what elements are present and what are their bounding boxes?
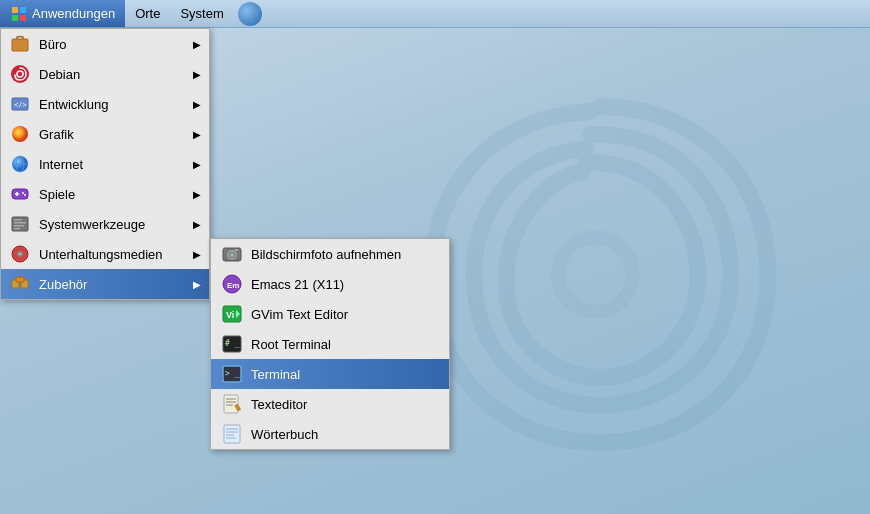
unterhaltungsmedien-arrow: ▶ — [193, 249, 201, 260]
entwicklung-arrow: ▶ — [193, 99, 201, 110]
unterhaltungsmedien-icon — [9, 243, 31, 265]
svg-text:# _: # _ — [225, 339, 240, 348]
svg-text:</>: </> — [14, 101, 27, 109]
submenu-item-root-terminal[interactable]: # _ Root Terminal — [211, 329, 449, 359]
taskbar-menu-anwendungen[interactable]: Anwendungen — [0, 0, 125, 27]
texteditor-icon — [221, 393, 243, 415]
svg-rect-23 — [14, 228, 20, 230]
submenu-item-terminal[interactable]: > _ Terminal — [211, 359, 449, 389]
root-terminal-label: Root Terminal — [251, 337, 331, 352]
submenu-item-woerterbuch[interactable]: Wörterbuch — [211, 419, 449, 449]
svg-rect-43 — [224, 395, 238, 413]
menu-item-grafik[interactable]: Grafik ▶ — [1, 119, 209, 149]
terminal-icon: > _ — [221, 363, 243, 385]
taskbar-globe-icon — [238, 2, 262, 26]
debian-icon — [9, 63, 31, 85]
gvim-icon: Vi — [221, 303, 243, 325]
grafik-icon — [9, 123, 31, 145]
woerterbuch-icon — [221, 423, 243, 445]
zubehor-label: Zubehör — [39, 277, 87, 292]
svg-rect-29 — [16, 277, 24, 282]
svg-point-26 — [19, 253, 21, 255]
systemwerkzeuge-icon — [9, 213, 31, 235]
internet-label: Internet — [39, 157, 83, 172]
root-terminal-icon: # _ — [221, 333, 243, 355]
taskbar-menu-system[interactable]: System — [170, 0, 233, 27]
svg-rect-5 — [12, 39, 28, 51]
svg-rect-21 — [14, 222, 26, 224]
buero-arrow: ▶ — [193, 39, 201, 50]
svg-rect-14 — [12, 189, 28, 199]
debian-label: Debian — [39, 67, 80, 82]
svg-point-32 — [230, 253, 234, 257]
emacs-label: Emacs 21 (X11) — [251, 277, 344, 292]
desktop: Anwendungen Orte System Büro ▶ — [0, 0, 870, 514]
taskbar-menu-orte[interactable]: Orte — [125, 0, 170, 27]
spiele-label: Spiele — [39, 187, 75, 202]
texteditor-label: Texteditor — [251, 397, 307, 412]
menu-item-zubehor[interactable]: Zubehör ▶ — [1, 269, 209, 299]
gvim-label: GVim Text Editor — [251, 307, 348, 322]
spiele-icon — [9, 183, 31, 205]
svg-text:Em: Em — [227, 281, 239, 290]
bildschirmfoto-icon — [221, 243, 243, 265]
svg-point-0 — [558, 237, 633, 312]
menu-item-spiele[interactable]: Spiele ▶ — [1, 179, 209, 209]
entwicklung-label: Entwicklung — [39, 97, 108, 112]
zubehor-icon — [9, 273, 31, 295]
svg-rect-1 — [12, 7, 18, 13]
bildschirmfoto-label: Bildschirmfoto aufnehmen — [251, 247, 401, 262]
svg-rect-48 — [224, 425, 240, 443]
svg-rect-3 — [12, 15, 18, 21]
main-menu: Büro ▶ Debian ▶ </> Entwicklung — [0, 28, 210, 300]
svg-point-10 — [12, 126, 28, 142]
svg-rect-20 — [14, 219, 22, 221]
internet-icon — [9, 153, 31, 175]
menu-item-buero[interactable]: Büro ▶ — [1, 29, 209, 59]
svg-text:> _: > _ — [225, 369, 240, 378]
grafik-arrow: ▶ — [193, 129, 201, 140]
submenu-item-gvim[interactable]: Vi GVim Text Editor — [211, 299, 449, 329]
spiele-arrow: ▶ — [193, 189, 201, 200]
unterhaltungsmedien-label: Unterhaltungsmedien — [39, 247, 163, 262]
system-label: System — [180, 6, 223, 21]
debian-arrow: ▶ — [193, 69, 201, 80]
buero-icon — [9, 33, 31, 55]
taskbar: Anwendungen Orte System — [0, 0, 870, 28]
menu-item-internet[interactable]: Internet ▶ — [1, 149, 209, 179]
internet-arrow: ▶ — [193, 159, 201, 170]
anwendungen-icon — [10, 5, 28, 23]
orte-label: Orte — [135, 6, 160, 21]
submenu-zubehor: Bildschirmfoto aufnehmen Em Emacs 21 (X1… — [210, 238, 450, 450]
grafik-label: Grafik — [39, 127, 74, 142]
systemwerkzeuge-label: Systemwerkzeuge — [39, 217, 145, 232]
terminal-label: Terminal — [251, 367, 300, 382]
svg-rect-22 — [14, 225, 24, 227]
svg-point-17 — [22, 192, 24, 194]
svg-text:Vi: Vi — [226, 310, 234, 320]
svg-rect-2 — [20, 7, 26, 13]
zubehor-arrow: ▶ — [193, 279, 201, 290]
svg-point-18 — [24, 194, 26, 196]
submenu-item-emacs[interactable]: Em Emacs 21 (X11) — [211, 269, 449, 299]
menu-item-debian[interactable]: Debian ▶ — [1, 59, 209, 89]
submenu-item-texteditor[interactable]: Texteditor — [211, 389, 449, 419]
svg-rect-33 — [235, 249, 238, 251]
woerterbuch-label: Wörterbuch — [251, 427, 318, 442]
buero-label: Büro — [39, 37, 66, 52]
anwendungen-label: Anwendungen — [32, 6, 115, 21]
svg-rect-4 — [20, 15, 26, 21]
entwicklung-icon: </> — [9, 93, 31, 115]
submenu-item-bildschirmfoto[interactable]: Bildschirmfoto aufnehmen — [211, 239, 449, 269]
menu-item-systemwerkzeuge[interactable]: Systemwerkzeuge ▶ — [1, 209, 209, 239]
systemwerkzeuge-arrow: ▶ — [193, 219, 201, 230]
emacs-icon: Em — [221, 273, 243, 295]
menu-item-unterhaltungsmedien[interactable]: Unterhaltungsmedien ▶ — [1, 239, 209, 269]
debian-swirl — [410, 60, 790, 480]
menu-item-entwicklung[interactable]: </> Entwicklung ▶ — [1, 89, 209, 119]
